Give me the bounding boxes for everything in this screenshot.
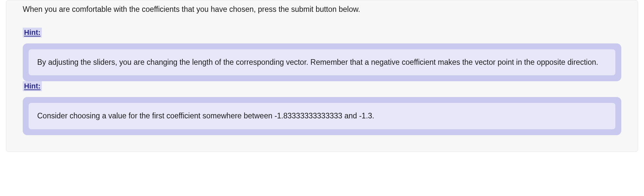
content-panel: When you are comfortable with the coeffi…	[6, 0, 638, 152]
hint-section-2: Hint: Consider choosing a value for the …	[23, 81, 621, 135]
hint-section-1: Hint: By adjusting the sliders, you are …	[23, 28, 621, 82]
hint-box-inner: By adjusting the sliders, you are changi…	[29, 49, 615, 76]
hint-box-inner: Consider choosing a value for the first …	[29, 103, 615, 129]
hint-label: Hint:	[23, 81, 42, 91]
hint-box: By adjusting the sliders, you are changi…	[23, 43, 621, 82]
hint-text: Consider choosing a value for the first …	[37, 110, 607, 122]
hint-text: By adjusting the sliders, you are changi…	[37, 57, 607, 68]
hint-label: Hint:	[23, 28, 42, 37]
hint-box: Consider choosing a value for the first …	[23, 97, 621, 135]
intro-text: When you are comfortable with the coeffi…	[23, 0, 621, 15]
